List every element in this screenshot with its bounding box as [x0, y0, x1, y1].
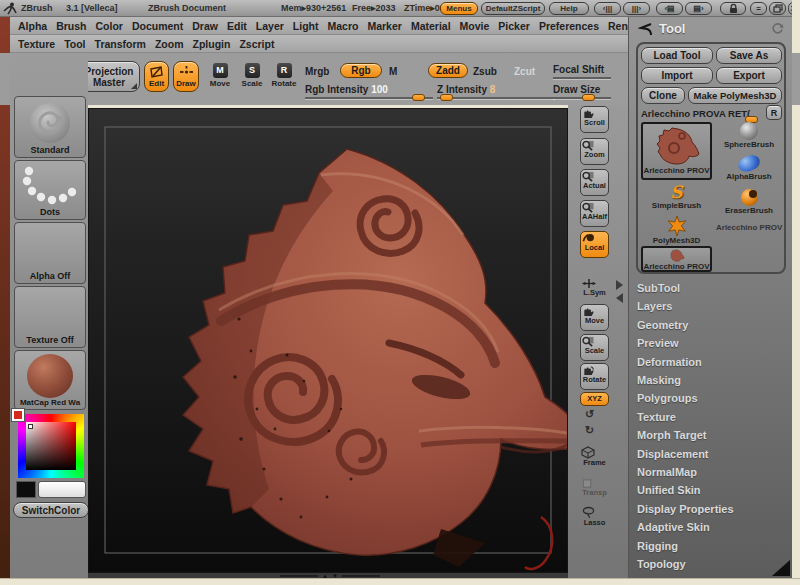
minimize-icon[interactable]: =	[750, 2, 767, 15]
tool-section-header[interactable]: Masking	[629, 371, 789, 389]
panel-resize-corner-icon[interactable]	[772, 560, 790, 576]
bottom-tray-strip[interactable]	[0, 578, 800, 585]
mrgb-toggle[interactable]: Mrgb	[305, 66, 329, 77]
save-as-button[interactable]: Save As	[716, 47, 782, 64]
texture-button[interactable]: Texture Off	[14, 286, 86, 348]
material-button[interactable]: MatCap Red Wa	[14, 350, 86, 410]
scale-gyro-button[interactable]: S Scale	[237, 63, 267, 95]
tool-section-header[interactable]: Morph Target	[629, 426, 789, 444]
menu-item[interactable]: Document	[132, 20, 183, 32]
xyz-button[interactable]: XYZ	[580, 392, 609, 406]
menu-item[interactable]: Zplugin	[192, 38, 230, 50]
menu-item[interactable]: Texture	[18, 38, 55, 50]
menu-item[interactable]: Tool	[64, 38, 85, 50]
draw-button[interactable]: Draw	[173, 61, 199, 92]
focal-shift-track[interactable]	[553, 77, 611, 79]
focal-shift-slider[interactable]: Focal Shift	[553, 64, 604, 75]
tool-section-header[interactable]: Geometry	[629, 316, 789, 334]
rail-move-button[interactable]: Move	[580, 304, 609, 331]
rgb-intensity-slider[interactable]: Rgb Intensity 100	[305, 84, 388, 95]
back-arrow-icon[interactable]	[638, 22, 653, 36]
tool-section-header[interactable]: SubTool	[629, 279, 789, 297]
aahalf-button[interactable]: AAHalf	[580, 200, 609, 227]
menu-item[interactable]: Color	[96, 20, 123, 32]
tool-item-alphabrush[interactable]: AlphaBrush	[716, 155, 782, 187]
tool-section-header[interactable]: Deformation	[629, 353, 789, 371]
menu-item[interactable]: Edit	[227, 20, 247, 32]
draw-size-handle[interactable]	[582, 94, 595, 101]
menu-item[interactable]: Alpha	[18, 20, 47, 32]
tool-section-header[interactable]: Unified Skin	[629, 481, 789, 499]
tool-item-arlecchino-large[interactable]: Arlecchino PROV	[641, 122, 712, 180]
stroke-type-button[interactable]: Dots	[14, 160, 86, 220]
lasso-button[interactable]: Lasso	[580, 504, 609, 531]
local-button[interactable]: Local	[580, 231, 609, 258]
import-button[interactable]: Import	[641, 67, 713, 84]
make-polymesh-button[interactable]: Make PolyMesh3D	[688, 87, 782, 104]
menu-item[interactable]: Zoom	[155, 38, 184, 50]
tool-item-arlecchino-small[interactable]: Arlecchino PROV	[641, 246, 712, 272]
selected-color-swatch[interactable]	[12, 409, 24, 421]
actual-button[interactable]: Actual	[580, 169, 609, 196]
lsym-button[interactable]: L.Sym	[580, 276, 609, 303]
r-button[interactable]: R	[766, 105, 782, 120]
tool-item-polymesh3d[interactable]: PolyMesh3D	[641, 216, 712, 246]
menu-item[interactable]: Preferences	[539, 20, 599, 32]
tray-expand-icon[interactable]	[616, 280, 623, 290]
spin-cw-icon[interactable]: ↻	[585, 424, 594, 437]
menu-item[interactable]: Material	[411, 20, 451, 32]
lock-icon[interactable]	[720, 2, 746, 15]
z-intensity-track[interactable]	[437, 97, 555, 99]
rail-scale-button[interactable]: Scale	[580, 334, 609, 361]
scroll-button[interactable]: Scroll	[580, 106, 609, 133]
tray-collapse-icon[interactable]	[616, 293, 623, 303]
tool-section-header[interactable]: Topology	[629, 555, 789, 573]
next-document-icon[interactable]: ▤›	[685, 2, 712, 15]
restore-icon[interactable]	[769, 2, 786, 15]
tool-item-arlecchino-recent[interactable]: Arlecchino PROV	[716, 223, 782, 235]
menu-item[interactable]: Marker	[367, 20, 401, 32]
tool-item-simplebrush[interactable]: S SimpleBrush	[641, 183, 712, 215]
switch-color-button[interactable]: SwitchColor	[13, 502, 89, 518]
document-canvas[interactable]	[88, 108, 568, 573]
menu-item[interactable]: Zscript	[239, 38, 274, 50]
left-tray-toggle-icon[interactable]: ‹|||	[594, 2, 621, 15]
load-tool-button[interactable]: Load Tool	[641, 47, 713, 64]
menu-item[interactable]: Layer	[256, 20, 284, 32]
tool-section-header[interactable]: Rigging	[629, 537, 789, 555]
tool-section-header[interactable]: NormalMap	[629, 463, 789, 481]
frame-button[interactable]: Frame	[580, 444, 609, 471]
tool-section-header[interactable]: Preview	[629, 334, 789, 352]
default-zscript-button[interactable]: DefaultZScript	[481, 2, 545, 15]
tool-item-eraserbrush[interactable]: EraserBrush	[716, 189, 782, 219]
move-gyro-button[interactable]: M Move	[205, 63, 235, 95]
rgb-toggle[interactable]: Rgb	[340, 63, 382, 78]
clone-button[interactable]: Clone	[641, 87, 685, 104]
prev-document-icon[interactable]: ‹▤	[656, 2, 683, 15]
alpha-button[interactable]: Alpha Off	[14, 222, 86, 284]
sv-square[interactable]	[26, 422, 76, 470]
current-brush-button[interactable]: Standard	[14, 96, 86, 158]
zadd-toggle[interactable]: Zadd	[428, 63, 468, 78]
right-tray-toggle-icon[interactable]: |||›	[623, 2, 650, 15]
menu-item[interactable]: Movie	[460, 20, 490, 32]
tool-item-spherebrush[interactable]: SphereBrush	[716, 122, 782, 152]
edit-button[interactable]: Edit	[144, 61, 169, 92]
rgb-intensity-handle[interactable]	[412, 94, 425, 101]
menu-item[interactable]: Light	[293, 20, 319, 32]
primary-color-swatch[interactable]	[38, 481, 86, 498]
tool-section-header[interactable]: Displacement	[629, 445, 789, 463]
tool-section-header[interactable]: Layers	[629, 297, 789, 315]
tool-section-header[interactable]: Texture	[629, 408, 789, 426]
menu-item[interactable]: Transform	[95, 38, 146, 50]
spin-ccw-icon[interactable]: ↺	[585, 408, 594, 421]
zoom-button[interactable]: Zoom	[580, 138, 609, 165]
zsub-toggle[interactable]: Zsub	[473, 66, 497, 77]
z-intensity-handle[interactable]	[440, 94, 453, 101]
help-button[interactable]: Help	[549, 2, 589, 15]
restore-config-icon[interactable]	[771, 23, 784, 36]
tool-section-header[interactable]: Polygroups	[629, 389, 789, 407]
color-picker[interactable]	[18, 414, 84, 478]
shelf-divider-handle[interactable]: ▲ ▼	[270, 572, 390, 579]
m-toggle[interactable]: M	[389, 66, 397, 77]
